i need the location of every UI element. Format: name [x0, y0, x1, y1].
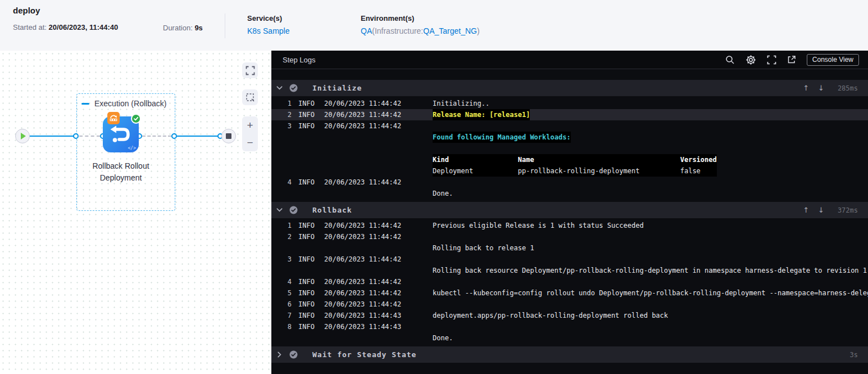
status-check-icon — [289, 350, 298, 359]
log-row: 3 INFO 20/06/2023 11:44:42 — [271, 254, 868, 265]
log-message: Found following Managed Workloads: — [426, 132, 868, 143]
flow-line-dashed — [142, 136, 171, 137]
scroll-to-top-icon[interactable]: ↑ — [803, 206, 809, 214]
zoom-controls: + − — [242, 116, 258, 151]
log-section-title: Rollback — [312, 206, 352, 214]
section-rows: 1 INFO 20/06/2023 11:44:42 Initializing.… — [271, 96, 868, 200]
log-section: Wait for Steady State 3s — [271, 346, 868, 363]
log-line-number — [271, 188, 292, 199]
log-row: 7 INFO 20/06/2023 11:44:43 deployment.ap… — [271, 310, 868, 321]
code-icon: </> — [128, 146, 136, 151]
log-level: INFO — [292, 177, 317, 188]
log-row: 4 INFO 20/06/2023 11:44:42 — [271, 177, 868, 188]
log-timestamp: 20/06/2023 11:44:42 — [317, 120, 426, 132]
log-line-number — [271, 154, 292, 165]
log-row: 8 INFO 20/06/2023 11:44:43 — [271, 321, 868, 332]
section-duration: 285ms — [833, 84, 858, 92]
log-line-number: 5 — [271, 287, 292, 299]
log-message — [426, 254, 868, 265]
marquee-select-button[interactable] — [242, 89, 258, 105]
section-duration: 372ms — [833, 206, 858, 214]
status-check-icon — [289, 206, 298, 214]
services-label: Service(s) — [247, 14, 361, 22]
zoom-in-button[interactable]: + — [247, 120, 253, 130]
status-check-icon — [289, 84, 298, 92]
log-level: INFO — [292, 109, 317, 120]
zoom-out-button[interactable]: − — [247, 137, 253, 148]
log-timestamp: 20/06/2023 11:44:42 — [317, 98, 426, 109]
log-timestamp: 20/06/2023 11:44:42 — [317, 254, 426, 265]
chevron-icon[interactable] — [275, 350, 284, 359]
log-level: INFO — [292, 254, 317, 265]
log-sections: Initialize ↑ ↓ 285ms 1 INFO 20/06/2023 1… — [271, 69, 868, 374]
log-timestamp: 20/06/2023 11:44:43 — [317, 310, 426, 321]
start-node[interactable] — [15, 129, 30, 143]
log-message: Kind Name Versioned — [426, 154, 868, 165]
end-node[interactable] — [221, 129, 236, 143]
log-row — [271, 143, 868, 154]
scroll-to-bottom-icon[interactable]: ↓ — [818, 206, 824, 214]
log-level: INFO — [292, 220, 317, 231]
log-level: INFO — [292, 120, 317, 132]
log-line-number — [271, 165, 292, 177]
log-line-number: 1 — [271, 98, 292, 109]
log-section-title: Initialize — [312, 84, 362, 92]
log-row: Kind Name Versioned — [271, 154, 868, 165]
scroll-to-bottom-icon[interactable]: ↓ — [818, 84, 824, 92]
execution-header: deploy Started at: 20/06/2023, 11:44:40 … — [0, 0, 868, 51]
open-in-new-icon[interactable] — [787, 55, 796, 64]
log-level — [292, 143, 317, 154]
log-timestamp — [317, 332, 426, 344]
log-line-number: 3 — [271, 254, 292, 265]
search-icon[interactable] — [725, 55, 735, 65]
log-line-number — [271, 265, 292, 276]
section-rows: 1 INFO 20/06/2023 11:44:42 Previous elig… — [271, 218, 868, 345]
collapse-group-icon[interactable] — [81, 103, 89, 105]
log-message: Previous eligible Release is 1 with stat… — [426, 220, 868, 231]
scroll-to-top-icon[interactable]: ↑ — [803, 84, 809, 92]
fit-to-screen-button[interactable] — [242, 62, 258, 78]
log-line-number: 2 — [271, 109, 292, 120]
log-timestamp — [317, 188, 426, 199]
log-line-number: 7 — [271, 310, 292, 321]
header-divider — [225, 13, 225, 38]
log-level: INFO — [292, 310, 317, 321]
log-level: INFO — [292, 299, 317, 310]
log-section-header[interactable]: Rollback ↑ ↓ 372ms — [271, 202, 868, 218]
log-level — [292, 332, 317, 344]
chevron-icon[interactable] — [275, 84, 284, 93]
log-row: Rolling back to release 1 — [271, 242, 868, 254]
connector-port[interactable] — [171, 133, 177, 139]
log-row: 6 INFO 20/06/2023 11:44:42 — [271, 299, 868, 310]
infrastructure-link[interactable]: QA_Target_NG — [423, 26, 477, 35]
chevron-icon[interactable] — [275, 206, 284, 215]
connector-port[interactable] — [73, 133, 79, 139]
log-panel-title: Step Logs — [283, 56, 316, 64]
log-timestamp: 20/06/2023 11:44:42 — [317, 177, 426, 188]
log-section-header[interactable]: Initialize ↑ ↓ 285ms — [271, 80, 868, 96]
log-message: Rolling back to release 1 — [426, 242, 868, 254]
log-timestamp: 20/06/2023 11:44:42 — [317, 276, 426, 287]
service-link[interactable]: K8s Sample — [247, 26, 289, 35]
gear-icon[interactable] — [746, 55, 756, 65]
env-infra-prefix: (Infrastructure: — [372, 26, 423, 35]
log-level — [292, 265, 317, 276]
log-row: 2 INFO 20/06/2023 11:44:42 — [271, 231, 868, 242]
log-level: INFO — [292, 321, 317, 332]
fullscreen-icon[interactable] — [767, 55, 776, 65]
log-level: INFO — [292, 98, 317, 109]
log-line-number — [271, 332, 292, 344]
fit-screen-icon — [246, 66, 255, 75]
environment-link[interactable]: QA — [361, 26, 372, 35]
log-line-number: 4 — [271, 276, 292, 287]
console-view-button[interactable]: Console View — [807, 54, 859, 66]
step-node-label: Rollback Rollout Deployment — [75, 160, 167, 184]
log-section: Rollback ↑ ↓ 372ms 1 INFO 20/06/2023 11:… — [271, 202, 868, 345]
log-timestamp — [317, 265, 426, 276]
log-timestamp: 20/06/2023 11:44:43 — [317, 321, 426, 332]
log-message: Deployment pp-rollback-rolling-deploymen… — [426, 165, 868, 177]
log-level — [292, 242, 317, 254]
pipeline-canvas[interactable]: Execution (Rollback) </> — [0, 51, 271, 374]
log-section-header[interactable]: Wait for Steady State 3s — [271, 346, 868, 363]
log-line-number: 8 — [271, 321, 292, 332]
